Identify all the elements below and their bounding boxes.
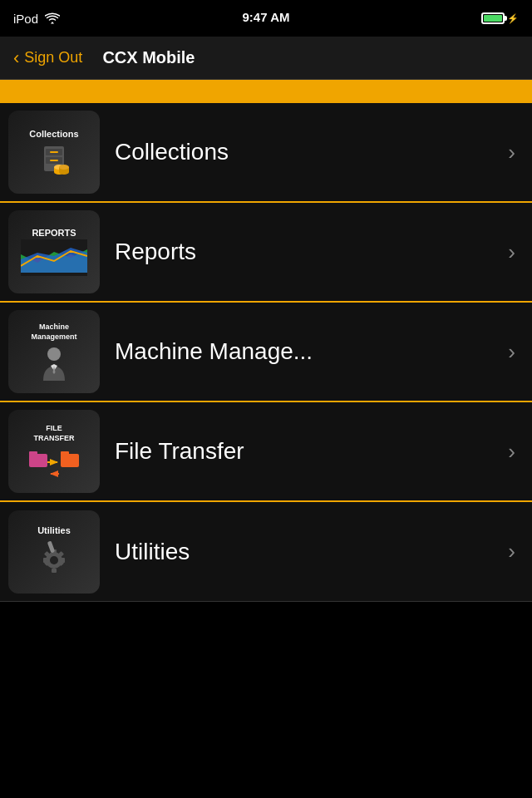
reports-graphic — [21, 239, 87, 276]
svg-rect-3 — [50, 151, 58, 153]
file-transfer-icon-wrap: FILETRANSFER — [0, 401, 108, 501]
svg-rect-16 — [29, 454, 47, 467]
menu-item-machine-management[interactable]: MachineManagement Machine Manage... › — [0, 303, 532, 402]
svg-rect-34 — [47, 540, 55, 553]
nav-bar: ‹ Sign Out CCX Mobile — [0, 37, 532, 80]
back-chevron-icon: ‹ — [13, 47, 19, 69]
utilities-label: Utilities — [108, 539, 508, 565]
reports-label: Reports — [108, 239, 508, 265]
collections-icon-wrap: Collections — [0, 102, 108, 202]
collections-label: Collections — [108, 139, 508, 165]
battery-body — [481, 12, 505, 24]
menu-list: Collections Co — [0, 103, 532, 602]
file-transfer-icon-title: FILETRANSFER — [34, 424, 75, 443]
machine-management-chevron-icon: › — [508, 339, 532, 365]
status-bar: iPod 9:47 AM ⚡ — [0, 0, 532, 37]
reports-chevron-icon: › — [508, 239, 532, 265]
collections-icon-title: Collections — [29, 129, 78, 139]
reports-icon-title: REPORTS — [32, 228, 76, 238]
svg-rect-18 — [61, 454, 79, 467]
nav-title: CCX Mobile — [102, 48, 195, 67]
battery-fill — [484, 15, 502, 22]
reports-icon-wrap: REPORTS — [0, 202, 108, 302]
machine-management-graphic — [37, 346, 71, 381]
utilities-icon-wrap: Utilities — [0, 502, 108, 602]
menu-item-utilities[interactable]: Utilities — [0, 502, 532, 602]
file-transfer-graphic — [29, 447, 79, 479]
svg-point-25 — [50, 556, 58, 564]
menu-item-reports[interactable]: REPORTS Reports › — [0, 203, 532, 303]
file-transfer-icon: FILETRANSFER — [8, 410, 100, 493]
back-button[interactable]: ‹ Sign Out — [13, 47, 82, 69]
status-right: ⚡ — [481, 12, 519, 24]
device-label: iPod — [13, 12, 38, 26]
utilities-icon: Utilities — [8, 510, 100, 594]
menu-item-collections[interactable]: Collections Co — [0, 103, 532, 203]
back-label: Sign Out — [24, 49, 82, 66]
utilities-graphic — [34, 539, 74, 579]
svg-point-10 — [59, 165, 69, 170]
machine-management-label: Machine Manage... — [108, 338, 508, 365]
svg-point-15 — [47, 347, 61, 361]
reports-icon: REPORTS — [8, 210, 100, 293]
svg-rect-17 — [29, 451, 37, 456]
charging-bolt: ⚡ — [507, 13, 519, 24]
gold-banner — [0, 80, 532, 103]
status-time: 9:47 AM — [243, 10, 290, 24]
utilities-chevron-icon: › — [508, 539, 532, 564]
collections-graphic — [34, 142, 74, 175]
svg-rect-4 — [50, 160, 58, 161]
machine-management-icon-wrap: MachineManagement — [0, 302, 108, 401]
file-transfer-chevron-icon: › — [508, 439, 532, 465]
collections-icon: Collections — [8, 111, 100, 194]
file-transfer-label: File Transfer — [108, 438, 508, 465]
status-left: iPod — [13, 12, 60, 26]
svg-rect-19 — [61, 451, 69, 456]
menu-item-file-transfer[interactable]: FILETRANSFER File Transfe — [0, 402, 532, 502]
battery-indicator: ⚡ — [481, 12, 519, 24]
machine-management-icon: MachineManagement — [8, 310, 100, 393]
collections-chevron-icon: › — [508, 140, 532, 165]
wifi-icon — [45, 12, 60, 24]
utilities-icon-title: Utilities — [37, 525, 71, 535]
machine-management-icon-title: MachineManagement — [31, 323, 76, 342]
svg-rect-27 — [52, 569, 57, 573]
